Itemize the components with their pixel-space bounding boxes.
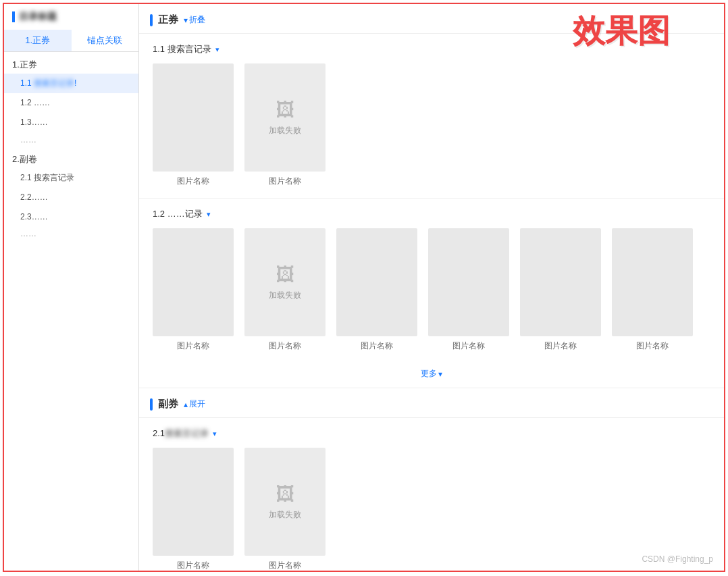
sidebar-item-2-2[interactable]: 2.2……	[4, 188, 138, 207]
more-chevron-icon: ▾	[438, 369, 442, 379]
image-item-1-2-4: 图片名称	[428, 228, 509, 352]
image-name-1-2-3: 图片名称	[361, 340, 393, 352]
image-name-1-1-1: 图片名称	[177, 176, 209, 187]
subsection-arrow-1-2[interactable]: ▾	[207, 210, 211, 219]
subsection-arrow-1-1[interactable]: ▾	[215, 45, 219, 54]
sidebar-item-1-3[interactable]: 1.3……	[4, 113, 138, 132]
image-item-2-1-2: 🖼 加载失败 图片名称	[244, 448, 326, 571]
sidebar-tab-row: 1.正券 锚点关联	[4, 30, 138, 52]
image-thumb-1-2-3[interactable]	[336, 228, 417, 336]
image-item-2-1-1: 图片名称	[153, 448, 234, 571]
sidebar-title-bar-icon	[12, 11, 15, 22]
image-item-1-1-2: 🖼 加载失败 图片名称	[244, 63, 326, 187]
section-header-fuquan: 副券 ▴ 展开	[139, 388, 724, 418]
sidebar-item-1-2[interactable]: 1.2 ……	[4, 93, 138, 113]
image-grid-1-1: 图片名称 🖼 加载失败 图片名称	[153, 63, 710, 198]
image-thumb-1-2-6[interactable]	[612, 228, 693, 336]
sidebar-item-2-1[interactable]: 2.1 搜索言记录	[4, 168, 138, 188]
image-fail-text-1-1-2: 加载失败	[269, 125, 301, 136]
section-bar-icon	[150, 14, 153, 26]
subsection-header-1-2: 1.2 ……记录 ▾	[153, 208, 710, 220]
image-name-1-2-5: 图片名称	[544, 340, 577, 352]
image-item-1-2-1: 图片名称	[153, 228, 234, 352]
effect-label: 效果图	[573, 9, 670, 53]
more-button-1-2[interactable]: 更多 ▾	[421, 368, 442, 379]
image-name-1-2-6: 图片名称	[636, 340, 669, 352]
image-thumb-1-2-4[interactable]	[428, 228, 509, 336]
image-name-1-2-4: 图片名称	[452, 340, 485, 352]
image-thumb-1-2-2[interactable]: 🖼 加载失败	[244, 228, 326, 336]
sidebar-item-1-1[interactable]: 1.1 搜索言记录!	[4, 74, 138, 93]
main-content: 效果图 正券 ▾ 折叠 1.1 搜索言记录 ▾ 图片名称	[139, 4, 724, 571]
subsection-1-1: 1.1 搜索言记录 ▾ 图片名称 🖼 加载失败 图片名称	[139, 34, 724, 198]
image-grid-2-1: 图片名称 🖼 加载失败 图片名称	[153, 448, 710, 571]
image-thumb-2-1-2[interactable]: 🖼 加载失败	[244, 448, 326, 556]
image-name-2-1-1: 图片名称	[177, 560, 209, 571]
watermark: CSDN @Fighting_p	[642, 554, 713, 564]
subsection-1-2: 1.2 ……记录 ▾ 图片名称 🖼 加载失败 图片名称 图片名称	[139, 199, 724, 363]
subsection-title-1-2: 1.2 ……记录	[153, 208, 203, 220]
section-toggle-fuquan-label: 展开	[189, 398, 205, 410]
section-bar-fuquan-icon	[150, 398, 153, 411]
sidebar-title: 目录标题	[4, 4, 138, 30]
image-thumb-1-1-2[interactable]: 🖼 加载失败	[244, 63, 326, 172]
app-container: 目录标题 1.正券 锚点关联 1.正券 1.1 搜索言记录! 1.2 …… 1.…	[3, 3, 725, 572]
image-thumb-1-2-1[interactable]	[153, 228, 234, 336]
image-fail-text-2-1-2: 加载失败	[269, 509, 301, 521]
image-item-1-2-6: 图片名称	[612, 228, 693, 352]
image-name-1-2-1: 图片名称	[177, 340, 209, 352]
image-name-1-2-2: 图片名称	[269, 340, 301, 352]
image-name-2-1-2: 图片名称	[269, 560, 301, 571]
image-item-1-2-3: 图片名称	[336, 228, 417, 352]
section-title-fuquan: 副券	[158, 398, 178, 411]
sidebar-dots-1: ……	[4, 133, 138, 147]
subsection-title-2-1: 2.1搜索言记录	[153, 427, 209, 440]
image-item-1-1-1: 图片名称	[153, 63, 234, 187]
sidebar-tab-zhengquan[interactable]: 1.正券	[4, 30, 72, 51]
subsection-header-2-1: 2.1搜索言记录 ▾	[153, 427, 710, 440]
subsection-2-1: 2.1搜索言记录 ▾ 图片名称 🖼 加载失败 图片名称	[139, 418, 724, 571]
section-toggle-icon: ▾	[184, 16, 188, 25]
section-toggle-up-icon: ▴	[184, 400, 188, 409]
section-toggle-zhengquan[interactable]: ▾ 折叠	[184, 14, 205, 26]
sidebar: 目录标题 1.正券 锚点关联 1.正券 1.1 搜索言记录! 1.2 …… 1.…	[4, 4, 139, 571]
section-title-zhengquan: 正券	[158, 14, 178, 26]
image-fail-text-1-2-2: 加载失败	[269, 290, 301, 301]
image-grid-1-2: 图片名称 🖼 加载失败 图片名称 图片名称 图片名称	[153, 228, 710, 363]
sidebar-title-text: 目录标题	[19, 11, 57, 23]
sidebar-tab-anchor[interactable]: 锚点关联	[72, 30, 139, 51]
sidebar-section-zhengquan: 1.正券	[4, 52, 138, 74]
sidebar-dots-2: ……	[4, 227, 138, 240]
image-item-1-2-2: 🖼 加载失败 图片名称	[244, 228, 326, 352]
more-row-1-2: 更多 ▾	[139, 363, 724, 388]
section-toggle-fuquan[interactable]: ▴ 展开	[184, 398, 205, 410]
sidebar-item-2-3[interactable]: 2.3……	[4, 207, 138, 227]
image-fail-icon-1-2-2: 🖼	[276, 263, 294, 286]
image-thumb-1-2-5[interactable]	[520, 228, 601, 336]
image-thumb-2-1-1[interactable]	[153, 448, 234, 556]
image-thumb-1-1-1[interactable]	[153, 63, 234, 172]
sidebar-section-fuquan: 2.副卷	[4, 147, 138, 168]
more-label: 更多	[421, 368, 437, 379]
subsection-arrow-2-1[interactable]: ▾	[213, 429, 217, 438]
image-fail-icon-2-1-2: 🖼	[276, 483, 294, 505]
subsection-title-1-1: 1.1 搜索言记录	[153, 43, 211, 55]
image-name-1-1-2: 图片名称	[269, 176, 301, 187]
section-toggle-label: 折叠	[189, 14, 205, 26]
image-fail-icon-1-1-2: 🖼	[276, 99, 294, 121]
image-item-1-2-5: 图片名称	[520, 228, 601, 352]
